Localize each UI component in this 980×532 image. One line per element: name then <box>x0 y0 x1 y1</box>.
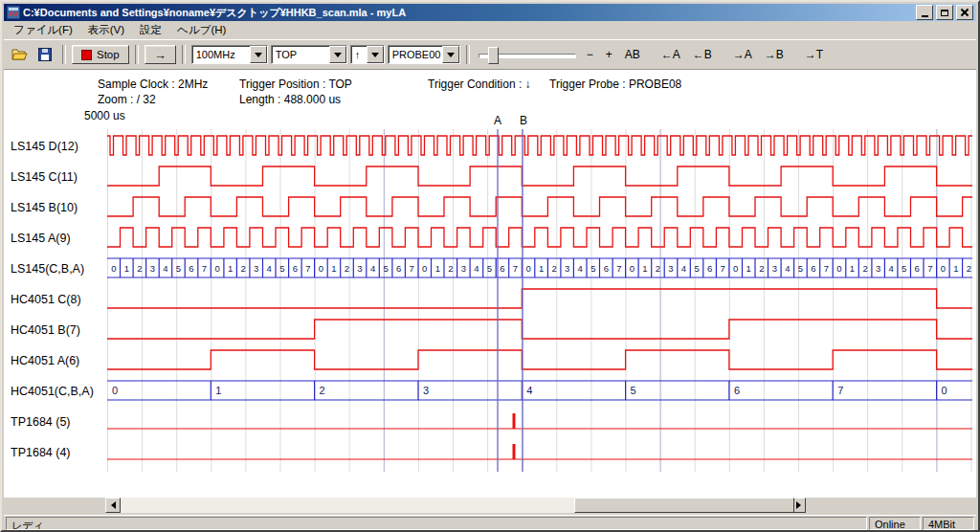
svg-text:3: 3 <box>876 263 880 274</box>
goto-trigger-button[interactable]: →T <box>800 46 828 63</box>
maximize-icon[interactable] <box>936 5 953 20</box>
svg-text:6: 6 <box>915 263 920 274</box>
zoom-in-button[interactable]: + <box>601 46 617 63</box>
goto-cursor-a-button[interactable]: ←A <box>657 46 685 63</box>
svg-text:2: 2 <box>862 263 867 274</box>
zoom-slider-thumb[interactable] <box>488 47 499 64</box>
svg-text:7: 7 <box>513 263 518 274</box>
trigger-probe-info: Trigger Probe : PROBE08 <box>549 78 681 91</box>
stop-button-label: Stop <box>97 49 120 60</box>
svg-text:7: 7 <box>616 263 621 274</box>
cursor-a-label[interactable]: A <box>494 114 501 127</box>
dropdown-arrow-icon[interactable] <box>329 46 346 63</box>
channel-label[interactable]: HC4051(C,B,A) <box>11 376 106 407</box>
channel-label[interactable]: LS145 D(12) <box>11 131 106 162</box>
svg-text:1: 1 <box>642 263 647 274</box>
svg-text:3: 3 <box>254 263 258 274</box>
svg-text:2: 2 <box>551 263 556 274</box>
trigger-edge-select[interactable]: ↑ <box>350 45 385 64</box>
ab-button[interactable]: AB <box>620 46 645 63</box>
svg-text:2: 2 <box>241 263 246 274</box>
run-button[interactable]: → <box>145 45 176 64</box>
svg-text:6: 6 <box>396 263 401 274</box>
channel-label[interactable]: HC4051 C(8) <box>11 284 106 315</box>
svg-text:0: 0 <box>214 263 219 274</box>
svg-text:2: 2 <box>656 263 660 274</box>
waveform-plot[interactable]: 0123456701234567012345670123456701234567… <box>107 129 972 472</box>
trigger-probe-select[interactable]: PROBE00 <box>388 45 460 64</box>
svg-text:0: 0 <box>733 263 738 274</box>
waveform-pane: Sample Clock : 2MHz Trigger Position : T… <box>4 70 976 498</box>
channel-label[interactable]: HC4051 A(6) <box>11 345 106 376</box>
svg-text:7: 7 <box>837 385 843 396</box>
channel-label[interactable]: HC4051 B(7) <box>11 315 106 345</box>
svg-text:5: 5 <box>590 263 595 274</box>
svg-text:4: 4 <box>681 263 686 274</box>
svg-text:0: 0 <box>319 263 323 274</box>
trigger-position-select[interactable]: TOP <box>271 45 347 64</box>
folder-open-icon[interactable] <box>8 44 31 65</box>
svg-text:4: 4 <box>578 263 583 274</box>
menu-file[interactable]: ファイル(F) <box>6 21 80 39</box>
trigger-probe-value: PROBE00 <box>389 46 442 63</box>
sample-clock-select[interactable]: 100MHz <box>191 45 268 64</box>
menu-view[interactable]: 表示(V) <box>80 21 132 39</box>
svg-text:3: 3 <box>423 385 429 396</box>
scrollbar-thumb[interactable] <box>574 498 794 513</box>
svg-text:1: 1 <box>435 263 440 274</box>
dropdown-arrow-icon[interactable] <box>442 46 459 63</box>
scroll-left-arrow-icon[interactable] <box>105 498 121 513</box>
app-icon <box>7 6 20 19</box>
minimize-icon[interactable] <box>916 5 933 20</box>
channel-label[interactable]: LS145 A(9) <box>11 223 106 254</box>
trigger-edge-value: ↑ <box>351 46 367 63</box>
zoom-out-button[interactable]: − <box>582 46 598 63</box>
cursor-b-label[interactable]: B <box>520 114 527 127</box>
horizontal-scrollbar[interactable] <box>105 498 806 513</box>
stop-button[interactable]: Stop <box>72 45 129 64</box>
svg-text:4: 4 <box>474 263 479 274</box>
svg-text:5: 5 <box>902 263 906 274</box>
svg-text:5: 5 <box>631 385 636 396</box>
sample-clock-info: Sample Clock : 2MHz <box>98 78 208 91</box>
set-cursor-a-button[interactable]: →A <box>728 46 757 63</box>
channel-label[interactable]: LS145(C,B,A) <box>11 254 106 284</box>
status-ready: レディ <box>6 517 867 530</box>
svg-text:6: 6 <box>293 263 298 274</box>
svg-text:2: 2 <box>137 263 142 274</box>
svg-text:1: 1 <box>850 263 855 274</box>
svg-text:5: 5 <box>176 263 181 274</box>
dropdown-arrow-icon[interactable] <box>367 46 384 63</box>
svg-text:3: 3 <box>668 263 673 274</box>
svg-text:7: 7 <box>305 263 310 274</box>
svg-text:3: 3 <box>357 263 362 274</box>
channel-label[interactable]: TP1684 (4) <box>11 437 106 468</box>
dropdown-arrow-icon[interactable] <box>250 46 267 63</box>
app-window: C:¥Documents and Settings¥noname¥デスクトップ¥… <box>0 0 980 532</box>
channel-label[interactable]: LS145 C(11) <box>11 162 106 192</box>
scroll-row <box>4 498 976 513</box>
scrollbar-track[interactable] <box>121 498 791 513</box>
svg-text:5: 5 <box>487 263 492 274</box>
svg-text:7: 7 <box>720 263 724 274</box>
channel-label[interactable]: TP1684 (5) <box>11 407 106 437</box>
svg-text:6: 6 <box>604 263 609 274</box>
svg-text:7: 7 <box>202 263 207 274</box>
svg-text:0: 0 <box>525 263 530 274</box>
window-title: C:¥Documents and Settings¥noname¥デスクトップ¥… <box>23 6 913 20</box>
floppy-save-icon[interactable] <box>33 44 56 65</box>
svg-text:4: 4 <box>370 263 375 274</box>
close-icon[interactable] <box>956 5 973 20</box>
menu-help[interactable]: ヘルプ(H) <box>169 21 234 39</box>
goto-cursor-b-button[interactable]: ←B <box>688 46 717 63</box>
svg-text:4: 4 <box>889 263 894 274</box>
svg-text:1: 1 <box>331 263 336 274</box>
svg-text:6: 6 <box>811 263 815 274</box>
channel-label[interactable]: LS145 B(10) <box>11 192 106 223</box>
menu-settings[interactable]: 設定 <box>132 21 169 39</box>
set-cursor-b-button[interactable]: →B <box>760 46 789 63</box>
svg-text:1: 1 <box>228 263 233 274</box>
svg-text:0: 0 <box>630 263 635 274</box>
zoom-slider[interactable] <box>476 44 579 65</box>
svg-text:3: 3 <box>461 263 466 274</box>
